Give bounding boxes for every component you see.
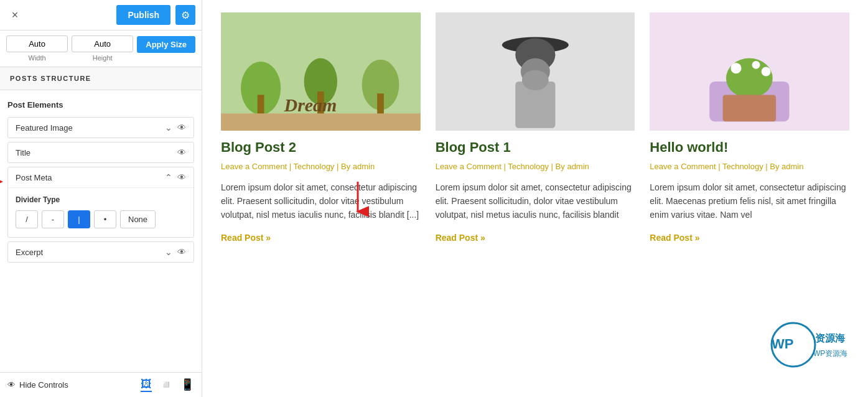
svg-point-25 bbox=[772, 323, 815, 367]
featured-image-visibility-icon[interactable]: 👁 bbox=[177, 123, 186, 133]
post-meta-icons: ⌃ 👁 bbox=[165, 172, 186, 182]
post-image-2 bbox=[436, 12, 635, 131]
divider-pipe[interactable]: | bbox=[68, 210, 90, 228]
svg-rect-21 bbox=[723, 95, 777, 121]
title-icons: 👁 bbox=[177, 147, 186, 157]
close-button[interactable]: × bbox=[6, 6, 24, 24]
post-image-3 bbox=[650, 12, 849, 131]
post-card-2: Blog Post 1 Leave a Comment | Technology… bbox=[436, 12, 635, 243]
svg-rect-9 bbox=[221, 113, 421, 131]
hide-controls[interactable]: 👁 Hide Controls bbox=[7, 380, 68, 390]
post-meta-collapse-icon[interactable]: ⌃ bbox=[165, 172, 172, 182]
excerpt-expand-icon[interactable]: ⌄ bbox=[165, 247, 172, 257]
height-label: Height bbox=[93, 54, 113, 62]
structure-title: POSTS STRUCTURE bbox=[10, 75, 91, 82]
divider-options: / - | • None bbox=[16, 210, 186, 228]
svg-point-23 bbox=[752, 61, 760, 69]
posts-grid: Dream Blog Post 2 Leave a Comment | Tech… bbox=[221, 12, 849, 243]
top-bar: × Publish ⚙ bbox=[0, 0, 202, 30]
size-row: Width Height Apply Size bbox=[0, 30, 202, 67]
title-label: Title bbox=[16, 148, 177, 157]
eye-icon: 👁 bbox=[7, 380, 16, 390]
svg-text:资源海: 资源海 bbox=[815, 333, 846, 343]
structure-header: POSTS STRUCTURE bbox=[0, 67, 202, 90]
device-icons: 🖼 ◽ 📱 bbox=[141, 378, 194, 392]
post-meta-1: Leave a Comment | Technology | By admin bbox=[221, 161, 421, 173]
panel-body: Post Elements Featured Image ⌄ 👁 Title 👁 bbox=[0, 90, 202, 372]
arrow-meta-icon bbox=[0, 176, 5, 187]
post-image-1: Dream bbox=[221, 12, 421, 131]
svg-rect-8 bbox=[377, 93, 384, 114]
post-excerpt-1: Lorem ipsum dolor sit amet, consectetur … bbox=[221, 180, 421, 222]
height-wrap: Height bbox=[72, 35, 133, 62]
divider-slash[interactable]: / bbox=[16, 210, 38, 228]
post-meta-2: Leave a Comment | Technology | By admin bbox=[436, 161, 635, 173]
svg-point-17 bbox=[522, 70, 549, 90]
settings-button[interactable]: ⚙ bbox=[175, 5, 195, 25]
post-meta-visibility-icon[interactable]: 👁 bbox=[177, 172, 186, 182]
excerpt-icons: ⌄ 👁 bbox=[165, 247, 186, 257]
mobile-icon[interactable]: 📱 bbox=[180, 378, 194, 392]
svg-point-22 bbox=[731, 63, 742, 73]
post-meta-header[interactable]: Post Meta ⌃ 👁 bbox=[8, 167, 194, 187]
svg-text:Dream: Dream bbox=[284, 95, 337, 115]
svg-text:WP: WP bbox=[772, 336, 793, 352]
svg-text:WP资源海: WP资源海 bbox=[813, 349, 847, 358]
publish-button[interactable]: Publish bbox=[116, 5, 170, 25]
svg-point-24 bbox=[762, 67, 771, 77]
post-card-3: Hello world! Leave a Comment | Technolog… bbox=[650, 12, 849, 243]
post-meta-label: Post Meta bbox=[16, 173, 165, 182]
read-post-2[interactable]: Read Post » bbox=[436, 233, 485, 243]
divider-dash[interactable]: - bbox=[42, 210, 64, 228]
post-title-1: Blog Post 2 bbox=[221, 139, 421, 156]
post-excerpt-3: Lorem ipsum dolor sit amet, consectetur … bbox=[650, 180, 849, 222]
left-panel: × Publish ⚙ Width Height Apply Size POST… bbox=[0, 0, 202, 397]
post-card-1: Dream Blog Post 2 Leave a Comment | Tech… bbox=[221, 12, 421, 243]
post-elements-label: Post Elements bbox=[7, 100, 194, 110]
featured-image-icons: ⌄ 👁 bbox=[165, 123, 186, 133]
featured-image-row[interactable]: Featured Image ⌄ 👁 bbox=[7, 117, 194, 138]
svg-rect-4 bbox=[258, 95, 264, 114]
excerpt-label: Excerpt bbox=[16, 248, 165, 257]
post-excerpt-2: Lorem ipsum dolor sit amet, consectetur … bbox=[436, 180, 635, 222]
read-post-3[interactable]: Read Post » bbox=[650, 233, 699, 243]
apply-size-button[interactable]: Apply Size bbox=[137, 36, 195, 53]
divider-dot[interactable]: • bbox=[94, 210, 116, 228]
excerpt-visibility-icon[interactable]: 👁 bbox=[177, 247, 186, 257]
desktop-icon[interactable]: 🖼 bbox=[141, 378, 152, 392]
width-input[interactable] bbox=[6, 35, 68, 52]
right-content: Dream Blog Post 2 Leave a Comment | Tech… bbox=[202, 0, 868, 397]
hide-controls-label: Hide Controls bbox=[19, 380, 68, 390]
featured-image-expand-icon[interactable]: ⌄ bbox=[165, 123, 172, 133]
title-visibility-icon[interactable]: 👁 bbox=[177, 147, 186, 157]
post-title-3: Hello world! bbox=[650, 139, 849, 156]
tablet-icon[interactable]: ◽ bbox=[159, 378, 173, 392]
read-post-1[interactable]: Read Post » bbox=[221, 233, 271, 243]
divider-none[interactable]: None bbox=[120, 210, 156, 228]
height-input[interactable] bbox=[72, 35, 133, 52]
wp-watermark: WP 资源海 WP资源海 bbox=[768, 320, 856, 372]
post-meta-text-1: Leave a Comment | Technology | By admin bbox=[221, 162, 375, 171]
post-meta-row: Post Meta ⌃ 👁 Divider Type / - | • None bbox=[7, 167, 194, 238]
post-title-2: Blog Post 1 bbox=[436, 139, 635, 156]
post-meta-body: Divider Type / - | • None bbox=[8, 187, 194, 237]
post-meta-3: Leave a Comment | Technology | By admin bbox=[650, 161, 849, 173]
width-wrap: Width bbox=[6, 35, 68, 62]
featured-image-label: Featured Image bbox=[16, 123, 165, 133]
bottom-bar: 👁 Hide Controls 🖼 ◽ 📱 bbox=[0, 372, 202, 397]
divider-type-label: Divider Type bbox=[16, 195, 186, 204]
excerpt-row[interactable]: Excerpt ⌄ 👁 bbox=[7, 241, 194, 263]
width-label: Width bbox=[29, 54, 46, 62]
title-row[interactable]: Title 👁 bbox=[7, 142, 194, 163]
